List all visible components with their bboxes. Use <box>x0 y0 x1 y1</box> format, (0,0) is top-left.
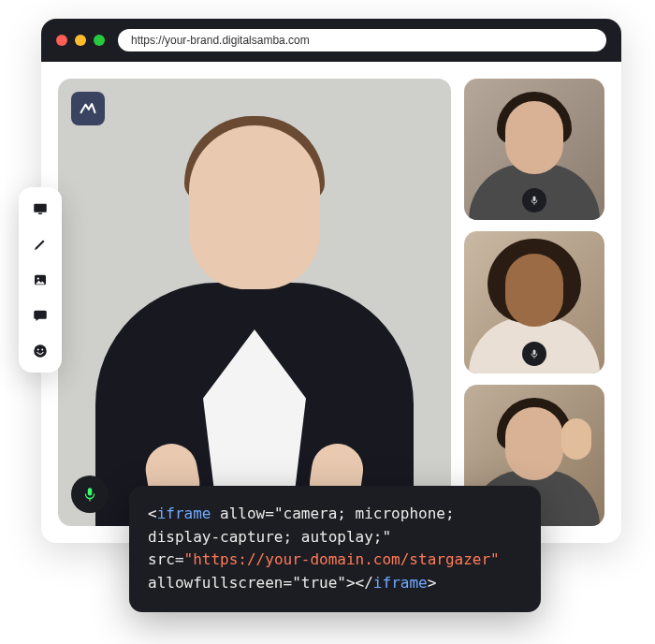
participant-tile[interactable] <box>464 79 604 220</box>
code-token: = <box>284 574 293 592</box>
participant-strip <box>464 79 604 526</box>
code-token: > <box>428 574 437 592</box>
participant-mic-button[interactable] <box>522 342 546 366</box>
meeting-content <box>41 62 621 543</box>
code-token: "https://your-domain.com/stargazer" <box>184 550 500 568</box>
svg-point-7 <box>34 344 47 358</box>
window-controls <box>56 35 105 46</box>
participant-mic-button[interactable] <box>522 188 546 212</box>
present-icon[interactable] <box>32 200 49 217</box>
participant-tile[interactable] <box>464 231 604 373</box>
title-bar: https://your-brand.digitalsamba.com <box>41 19 621 62</box>
image-icon[interactable] <box>32 271 49 288</box>
code-snippet-overlay: <iframe allow="camera; microphone; displ… <box>129 486 541 612</box>
code-token: > <box>346 574 356 592</box>
url-text: https://your-brand.digitalsamba.com <box>131 34 310 47</box>
code-token: = <box>265 505 274 522</box>
svg-rect-1 <box>533 197 536 202</box>
minimize-dot[interactable] <box>75 35 86 46</box>
code-token: allow <box>220 505 265 522</box>
code-token: iframe <box>373 574 428 592</box>
code-token: / <box>364 574 373 592</box>
code-token: < <box>148 505 157 522</box>
svg-rect-0 <box>88 488 93 495</box>
microphone-icon <box>529 348 540 359</box>
code-token: display-capture; autoplay;" <box>148 528 391 546</box>
code-token: "camera; microphone; <box>274 505 455 522</box>
pencil-icon[interactable] <box>32 236 49 253</box>
main-mic-button[interactable] <box>71 476 109 513</box>
emoji-icon[interactable] <box>32 343 49 359</box>
code-token: allowfullscreen <box>148 574 284 592</box>
code-token: "true" <box>292 574 346 592</box>
brand-logo-icon <box>79 99 97 118</box>
maximize-dot[interactable] <box>94 35 105 46</box>
browser-window: https://your-brand.digitalsamba.com <box>41 19 621 543</box>
microphone-icon <box>81 486 98 503</box>
svg-rect-3 <box>34 204 47 212</box>
main-video-tile[interactable] <box>58 79 451 526</box>
brand-logo-badge <box>71 92 105 125</box>
close-dot[interactable] <box>56 35 67 46</box>
code-token: = <box>175 550 184 568</box>
url-bar[interactable]: https://your-brand.digitalsamba.com <box>118 29 606 51</box>
speaker-avatar <box>58 79 451 526</box>
svg-point-6 <box>37 277 39 279</box>
chat-icon[interactable] <box>32 307 49 324</box>
code-token: < <box>356 574 365 592</box>
svg-point-8 <box>37 349 39 351</box>
microphone-icon <box>529 195 540 206</box>
svg-rect-4 <box>38 213 43 215</box>
svg-point-9 <box>41 349 43 351</box>
svg-rect-2 <box>533 349 536 355</box>
code-token: iframe <box>157 505 211 522</box>
floating-toolbar <box>19 187 62 373</box>
code-token: src <box>148 550 175 568</box>
